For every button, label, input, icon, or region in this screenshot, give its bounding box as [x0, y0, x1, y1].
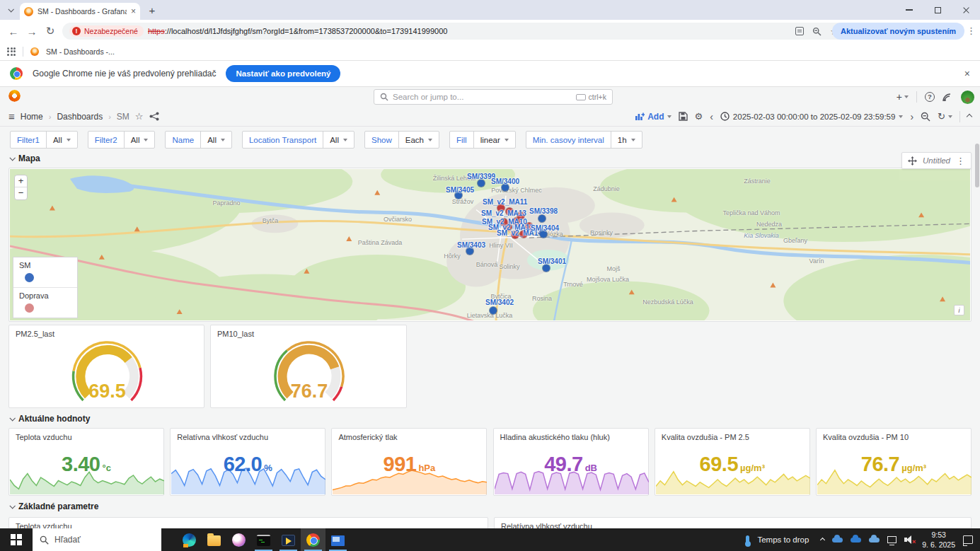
- taskbar-search[interactable]: Hľadať: [33, 528, 161, 551]
- section-aktualne-hodnoty[interactable]: Aktuálne hodnoty: [10, 414, 90, 424]
- onedrive-cloud-icon[interactable]: [832, 538, 843, 543]
- user-avatar[interactable]: [961, 91, 974, 104]
- grafana-search-box[interactable]: ctrl+k: [374, 89, 613, 105]
- filter-value-dropdown[interactable]: All: [47, 132, 77, 148]
- action-center-icon[interactable]: [963, 535, 973, 544]
- timeseries-panel[interactable]: Relatívna vlhkosť vzduchu: [494, 517, 972, 528]
- collapse-header-icon[interactable]: [967, 113, 972, 119]
- taskbar-app-chrome[interactable]: [301, 528, 325, 551]
- weather-thermometer-icon[interactable]: [746, 535, 749, 545]
- menu-hamburger-icon[interactable]: ≡: [8, 110, 15, 122]
- breadcrumb-home[interactable]: Home: [21, 112, 43, 122]
- section-mapa[interactable]: Mapa: [10, 153, 40, 163]
- new-menu-button[interactable]: +: [897, 91, 909, 103]
- back-button[interactable]: ←: [4, 25, 23, 37]
- gauge-panel[interactable]: PM2.5_last 69.5: [8, 325, 204, 408]
- infobar-close-icon[interactable]: ×: [964, 68, 970, 79]
- time-shift-forward-icon[interactable]: ›: [910, 112, 913, 122]
- taskbar-app-paint-3d[interactable]: [226, 528, 251, 551]
- zoom-out-icon[interactable]: [921, 112, 930, 122]
- grafana-logo-icon[interactable]: [8, 90, 21, 102]
- show-hidden-icons[interactable]: [820, 537, 825, 542]
- filter-value-dropdown[interactable]: linear: [474, 132, 515, 148]
- save-icon[interactable]: [679, 112, 688, 121]
- browser-menu-icon[interactable]: ⋮: [967, 25, 976, 36]
- filter-value-dropdown[interactable]: Each: [399, 132, 439, 148]
- reload-button[interactable]: ↻: [41, 25, 59, 37]
- breadcrumb-dashboards[interactable]: Dashboards: [57, 112, 103, 122]
- window-maximize-button[interactable]: [923, 0, 952, 20]
- time-range-picker[interactable]: 2025-02-03 00:00:00 to 2025-02-09 23:59:…: [720, 112, 904, 121]
- update-chrome-button[interactable]: Aktualizovať novým spustením: [832, 23, 964, 40]
- settings-gear-icon[interactable]: ⚙: [695, 111, 703, 122]
- filter-value-dropdown[interactable]: 1h: [611, 132, 642, 148]
- taskbar-app-media-app[interactable]: [276, 528, 301, 551]
- map-marker-dot[interactable]: [478, 180, 485, 187]
- stat-panel[interactable]: Hladina akustického tlaku (hluk) 49.7dB: [493, 428, 649, 496]
- stat-panel[interactable]: Teplota vzduchu 3.40°c: [8, 428, 164, 496]
- zoom-icon[interactable]: [812, 27, 822, 36]
- tab-close-icon[interactable]: ×: [131, 7, 136, 16]
- taskbar-app-edge[interactable]: [177, 528, 202, 551]
- filter-value-dropdown[interactable]: All: [323, 132, 354, 148]
- translate-icon[interactable]: [795, 27, 804, 35]
- add-panel-button[interactable]: Add: [635, 112, 671, 122]
- onedrive-cloud-icon[interactable]: [869, 538, 880, 543]
- new-tab-button[interactable]: +: [146, 4, 158, 17]
- forward-button[interactable]: →: [23, 25, 41, 37]
- stat-panel[interactable]: Kvalita ovzdušia - PM 2.5 69.5µg/m³: [655, 428, 810, 496]
- apps-grid-icon[interactable]: [7, 47, 16, 56]
- map-marker-dot[interactable]: [540, 231, 547, 238]
- filter-value-dropdown[interactable]: All: [201, 132, 231, 148]
- map-canvas[interactable]: Žilinská LehotaPovažský ChlmecZádubnieZá…: [10, 169, 970, 320]
- map-marker-dot[interactable]: [466, 248, 473, 255]
- gauge-panel[interactable]: PM10_last 76.7: [210, 325, 407, 408]
- page-scrollbar[interactable]: [975, 144, 979, 187]
- window-close-button[interactable]: [952, 0, 980, 20]
- weather-label[interactable]: Temps to drop: [757, 535, 809, 544]
- timeseries-panel[interactable]: Teplota vzduchu: [8, 517, 488, 528]
- stat-panel[interactable]: Atmosferický tlak 991hPa: [331, 428, 487, 496]
- start-button[interactable]: [0, 528, 33, 551]
- favorite-star-icon[interactable]: ☆: [135, 112, 144, 121]
- security-badge[interactable]: ! Nezabezpečené: [69, 25, 144, 37]
- filter-value-dropdown[interactable]: All: [125, 132, 155, 148]
- section-zakladne-parametre[interactable]: Základné parametre: [10, 501, 98, 511]
- set-default-button[interactable]: Nastaviť ako predvolený: [226, 65, 340, 82]
- map-marker-dot[interactable]: [543, 265, 550, 272]
- window-minimize-button[interactable]: [895, 0, 923, 20]
- move-panel-icon[interactable]: [908, 156, 917, 166]
- map-legend-row[interactable]: SM: [13, 257, 77, 287]
- zoom-out-button[interactable]: −: [15, 187, 27, 199]
- url-omnibox[interactable]: ! Nezabezpečené https://localhost/d/l1Jf…: [62, 23, 846, 40]
- volume-muted-icon[interactable]: ×: [904, 535, 914, 544]
- taskbar-app-remote-app[interactable]: [325, 528, 350, 551]
- taskbar-app-file-explorer[interactable]: [202, 528, 226, 551]
- share-icon[interactable]: [149, 112, 159, 121]
- taskbar-clock[interactable]: 9:539. 6. 2025: [922, 530, 955, 550]
- zoom-in-button[interactable]: +: [15, 175, 27, 187]
- network-icon[interactable]: [887, 536, 897, 543]
- browser-tab[interactable]: SM - Dashboards - Grafana ×: [20, 3, 140, 20]
- stat-panel[interactable]: Kvalita ovzdušia - PM 10 76.7µg/m³: [816, 428, 972, 496]
- map-attribution-icon[interactable]: i: [954, 305, 964, 315]
- refresh-button[interactable]: ↻: [938, 111, 952, 122]
- onedrive-cloud-icon[interactable]: [851, 538, 861, 543]
- add-label: Add: [647, 112, 664, 122]
- panel-title-untitled[interactable]: Untitled: [923, 156, 950, 165]
- map-marker-dot[interactable]: [502, 184, 509, 191]
- taskbar-app-command-prompt[interactable]: [251, 528, 276, 551]
- time-shift-back-icon[interactable]: ‹: [710, 112, 713, 122]
- search-input[interactable]: [393, 93, 572, 101]
- stat-panel[interactable]: Relatívna vlhkosť vzduchu 62.0%: [170, 428, 325, 496]
- url-text[interactable]: https://localhost/d/l1Jfdsjfghgf/sm?orgI…: [148, 27, 791, 35]
- map-marker-dot[interactable]: [490, 307, 497, 314]
- tab-search-button[interactable]: [4, 4, 17, 16]
- map-marker-dot[interactable]: [538, 215, 546, 222]
- help-icon[interactable]: ?: [925, 92, 935, 102]
- map-legend-row[interactable]: Doprava: [13, 287, 77, 318]
- panel-menu-icon[interactable]: ⋮: [956, 156, 965, 166]
- tab-title: SM - Dashboards - Grafana: [38, 7, 127, 16]
- news-icon[interactable]: [942, 93, 953, 102]
- bookmark-item[interactable]: SM - Dashboards -...: [46, 47, 115, 56]
